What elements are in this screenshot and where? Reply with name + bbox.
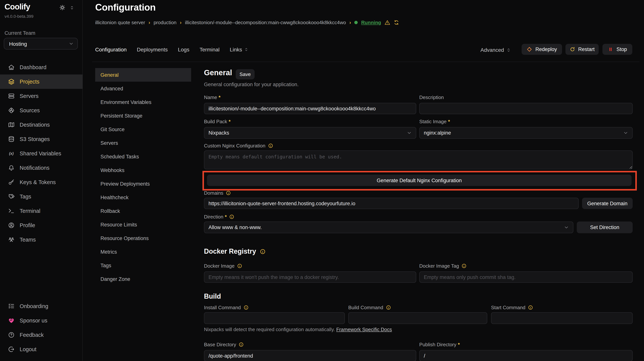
sidebar-item-keys-tokens[interactable]: Keys & Tokens xyxy=(0,175,83,189)
tabbar-divider xyxy=(92,62,640,62)
home-icon xyxy=(8,64,15,71)
subnav-item-healthcheck[interactable]: Healthcheck xyxy=(95,191,191,204)
sidebar-item-sources[interactable]: Sources xyxy=(0,103,83,118)
tab-terminal[interactable]: Terminal xyxy=(200,47,220,53)
subnav-item-danger-zone[interactable]: Danger Zone xyxy=(95,272,191,286)
sidebar-item-notifications[interactable]: Notifications xyxy=(0,161,83,175)
subnav-item-general[interactable]: General xyxy=(95,68,191,82)
docker-image-input[interactable] xyxy=(204,271,416,283)
subnav-item-advanced[interactable]: Advanced xyxy=(95,82,191,95)
info-icon[interactable] xyxy=(260,249,266,254)
info-icon[interactable] xyxy=(226,191,231,195)
profile-icon xyxy=(8,222,15,229)
sidebar-item-shared-variables[interactable]: (x)Shared Variables xyxy=(0,146,83,161)
subnav-item-environment-variables[interactable]: Environment Variables xyxy=(95,95,191,109)
name-input[interactable] xyxy=(204,103,416,114)
sidebar-item-feedback[interactable]: Feedback xyxy=(0,328,83,342)
sidebar-item-label: Projects xyxy=(20,79,40,85)
publish-directory-input[interactable] xyxy=(419,350,633,361)
subnav-item-resource-operations[interactable]: Resource Operations xyxy=(95,231,191,245)
breadcrumb-item[interactable]: production xyxy=(154,20,176,25)
subnav-item-git-source[interactable]: Git Source xyxy=(95,123,191,136)
build-command-label: Build Command xyxy=(348,305,391,310)
sidebar-item-onboarding[interactable]: Onboarding xyxy=(0,299,83,313)
start-command-input[interactable] xyxy=(491,312,633,324)
sidebar-item-logout[interactable]: Logout xyxy=(0,342,83,356)
sidebar-item-sponsor-us[interactable]: Sponsor us xyxy=(0,313,83,328)
sidebar-item-teams[interactable]: Teams xyxy=(0,232,83,247)
framework-docs-link[interactable]: Framework Specific Docs xyxy=(336,326,392,332)
tab-links[interactable]: Links xyxy=(230,47,248,53)
info-icon[interactable] xyxy=(462,263,467,268)
subnav-item-rollback[interactable]: Rollback xyxy=(95,204,191,218)
tab-logs[interactable]: Logs xyxy=(178,47,190,53)
info-icon[interactable] xyxy=(528,305,533,310)
subnav-item-preview-deployments[interactable]: Preview Deployments xyxy=(95,177,191,191)
install-command-input[interactable] xyxy=(204,312,345,324)
sidebar-item-dashboard[interactable]: Dashboard xyxy=(0,60,83,75)
svg-text:(x): (x) xyxy=(9,151,14,156)
subnav-item-servers[interactable]: Servers xyxy=(95,136,191,150)
subnav-item-scheduled-tasks[interactable]: Scheduled Tasks xyxy=(95,150,191,163)
direction-select[interactable]: Allow www & non-www. xyxy=(204,221,573,233)
generate-nginx-config-button[interactable]: Generate Default Nginx Configuration xyxy=(207,175,632,186)
static-image-select[interactable]: nginx:alpine xyxy=(419,127,633,139)
sidebar-item-label: Notifications xyxy=(20,165,50,171)
custom-nginx-textarea[interactable] xyxy=(204,150,633,169)
heart-icon xyxy=(8,317,15,324)
info-icon[interactable] xyxy=(239,342,244,347)
info-icon[interactable] xyxy=(230,214,234,219)
info-icon[interactable] xyxy=(244,305,248,310)
theme-sun-icon[interactable] xyxy=(59,5,65,11)
sidebar-item-servers[interactable]: Servers xyxy=(0,89,83,103)
logout-icon xyxy=(8,346,15,353)
build-command-input[interactable] xyxy=(348,312,487,324)
subnav-item-metrics[interactable]: Metrics xyxy=(95,245,191,259)
chevron-updown-icon xyxy=(244,47,248,52)
advanced-dropdown[interactable]: Advanced xyxy=(480,45,511,55)
subnav-item-persistent-storage[interactable]: Persistent Storage xyxy=(95,109,191,123)
stop-button[interactable]: Stop xyxy=(602,44,632,55)
set-direction-button[interactable]: Set Direction xyxy=(577,221,633,233)
bell-icon xyxy=(8,164,15,171)
tab-deployments[interactable]: Deployments xyxy=(137,47,168,53)
base-directory-input[interactable] xyxy=(204,350,416,361)
status-running-link[interactable]: Running xyxy=(361,20,381,25)
subnav-item-webhooks[interactable]: Webhooks xyxy=(95,163,191,177)
refresh-icon[interactable] xyxy=(394,20,399,25)
section-description: General configuration for your applicati… xyxy=(204,82,298,87)
sidebar-item-tags[interactable]: Tags xyxy=(0,189,83,204)
theme-switcher-chevron-icon[interactable] xyxy=(70,5,74,10)
info-icon[interactable] xyxy=(386,305,391,310)
description-input[interactable] xyxy=(419,103,633,114)
generate-domain-button[interactable]: Generate Domain xyxy=(582,198,633,209)
domains-label: Domains xyxy=(204,190,231,196)
domains-input[interactable] xyxy=(204,198,579,209)
subnav-item-resource-limits[interactable]: Resource Limits xyxy=(95,218,191,231)
save-button[interactable]: Save xyxy=(236,69,254,79)
redeploy-icon xyxy=(527,47,532,52)
sidebar-item-destinations[interactable]: Destinations xyxy=(0,118,83,132)
description-label: Description xyxy=(419,95,444,100)
info-icon[interactable] xyxy=(237,263,242,268)
breadcrumb-item[interactable]: illicitonion quote server xyxy=(95,20,145,25)
chevron-updown-icon xyxy=(506,48,511,52)
build-pack-select[interactable]: Nixpacks xyxy=(204,127,416,139)
docker-image-tag-input[interactable] xyxy=(419,271,633,283)
sidebar-item-profile[interactable]: Profile xyxy=(0,218,83,232)
terminal-icon xyxy=(8,208,15,214)
sidebar-item-projects[interactable]: Projects xyxy=(0,75,83,89)
restart-button[interactable]: Restart xyxy=(566,44,599,55)
subnav-item-tags[interactable]: Tags xyxy=(95,259,191,272)
static-image-label: Static Image* xyxy=(419,119,450,124)
info-icon[interactable] xyxy=(268,143,273,148)
team-select[interactable]: Hosting xyxy=(4,38,78,50)
breadcrumb-item[interactable]: illicitestonion/-module--decomposition:m… xyxy=(185,20,346,25)
tab-configuration[interactable]: Configuration xyxy=(95,47,127,53)
redeploy-button[interactable]: Redeploy xyxy=(522,44,562,55)
publish-directory-label: Publish Directory* xyxy=(419,342,460,347)
sidebar-item-s3-storages[interactable]: S3 Storages xyxy=(0,132,83,146)
custom-nginx-label: Custom Nginx Configuration xyxy=(204,143,273,149)
sidebar-item-terminal[interactable]: Terminal xyxy=(0,204,83,218)
warning-icon[interactable] xyxy=(384,20,390,25)
